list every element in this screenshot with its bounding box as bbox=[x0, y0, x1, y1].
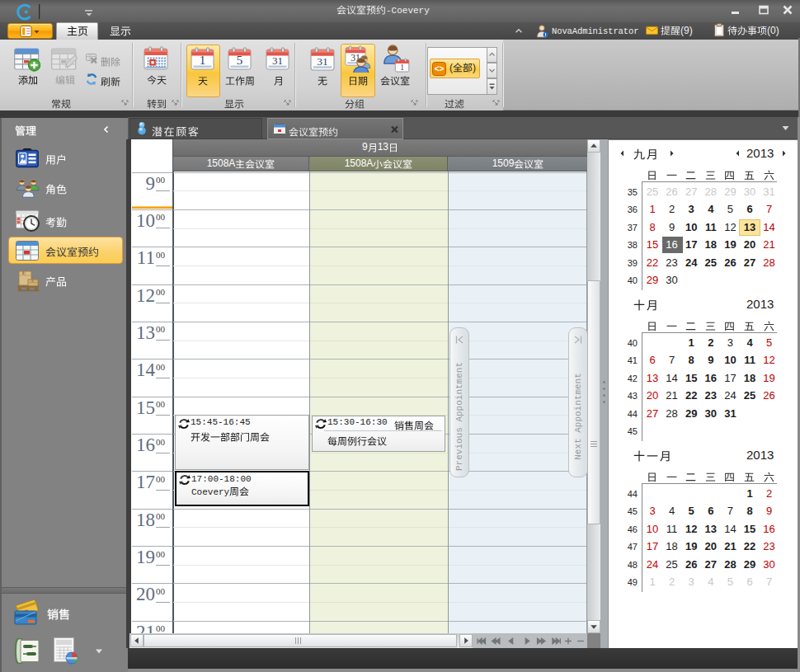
svg-text:1: 1 bbox=[400, 63, 404, 72]
svg-text:5: 5 bbox=[237, 54, 243, 67]
svg-text:31: 31 bbox=[317, 55, 327, 68]
svg-text:<>: <> bbox=[435, 64, 445, 73]
svg-text:1: 1 bbox=[200, 54, 206, 67]
svg-text:31: 31 bbox=[272, 54, 283, 67]
